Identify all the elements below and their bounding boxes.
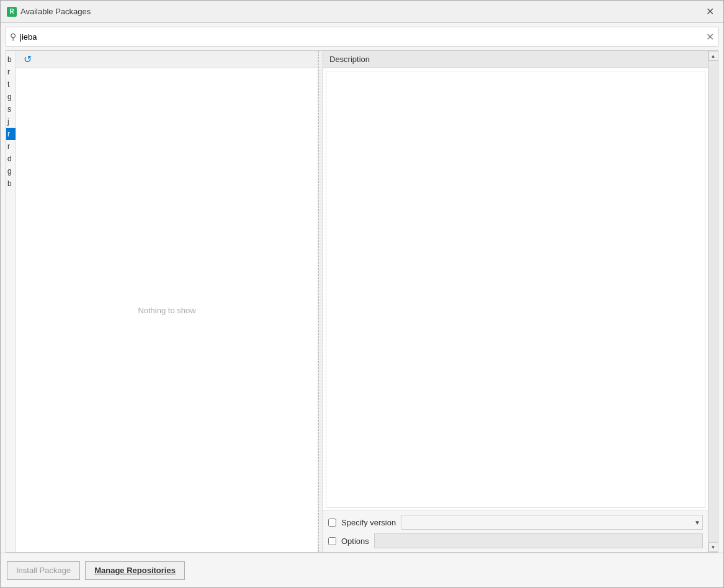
close-button[interactable]: ✕ (702, 4, 717, 19)
package-list: ↺ Nothing to show (16, 51, 318, 552)
scroll-down-arrow[interactable]: ▼ (708, 542, 718, 552)
version-dropdown[interactable] (401, 515, 703, 530)
sidebar-item-r2-selected[interactable]: r (6, 128, 16, 140)
sidebar-item-b[interactable]: b (6, 53, 16, 66)
package-list-body: Nothing to show (16, 68, 318, 552)
sidebar-item-t[interactable]: t (6, 78, 16, 91)
sidebar-item-s[interactable]: s (6, 103, 16, 115)
options-row: Specify version ▼ Options (323, 510, 708, 552)
options-label: Options (341, 537, 369, 546)
sidebar-item-b2[interactable]: b (6, 177, 16, 190)
sidebar-item-r1[interactable]: r (6, 66, 16, 78)
description-header: Description (323, 51, 708, 68)
manage-repositories-button[interactable]: Manage Repositories (85, 561, 185, 580)
vertical-divider[interactable] (318, 51, 323, 552)
sidebar-items: b r t g s j r r d g b (6, 51, 16, 192)
window-title: Available Packages (20, 7, 91, 16)
sidebar-item-d[interactable]: d (6, 153, 16, 165)
search-clear-button[interactable]: ✕ (706, 31, 714, 43)
scroll-up-arrow[interactable]: ▲ (708, 51, 718, 61)
specify-version-label: Specify version (341, 518, 396, 527)
dialog-window: R Available Packages ✕ ⚲ ✕ b r t g s j r… (0, 0, 724, 588)
search-bar: ⚲ ✕ (6, 27, 718, 47)
description-label: Description (329, 55, 370, 64)
app-icon: R (7, 7, 17, 17)
bottom-bar: Install Package Manage Repositories (1, 553, 723, 587)
right-scrollbar: ▲ ▼ (708, 51, 718, 552)
sidebar-item-g2[interactable]: g (6, 165, 16, 177)
options-inner: Specify version ▼ Options (328, 515, 703, 548)
main-content: b r t g s j r r d g b ↺ Nothing to show (6, 50, 718, 553)
title-bar-left: R Available Packages (7, 7, 91, 17)
version-dropdown-wrap: ▼ (401, 515, 703, 530)
options-checkbox[interactable] (328, 537, 336, 545)
description-panel: Description Specify version ▼ (323, 51, 708, 552)
sidebar-item-r3[interactable]: r (6, 140, 16, 153)
options-text-input[interactable] (374, 533, 703, 548)
description-body (326, 71, 705, 508)
specify-version-line: Specify version ▼ (328, 515, 703, 530)
title-bar: R Available Packages ✕ (1, 1, 723, 23)
options-line: Options (328, 533, 703, 548)
nothing-to-show-label: Nothing to show (138, 306, 195, 315)
search-input[interactable] (20, 32, 706, 42)
scroll-track[interactable] (708, 61, 718, 542)
left-sidebar: b r t g s j r r d g b (6, 51, 16, 552)
sidebar-item-j[interactable]: j (6, 115, 16, 128)
specify-version-checkbox[interactable] (328, 519, 336, 527)
package-list-header: ↺ (16, 51, 318, 68)
sidebar-item-g1[interactable]: g (6, 91, 16, 103)
refresh-button[interactable]: ↺ (21, 53, 34, 66)
search-icon: ⚲ (10, 32, 16, 42)
install-package-button[interactable]: Install Package (7, 561, 80, 580)
